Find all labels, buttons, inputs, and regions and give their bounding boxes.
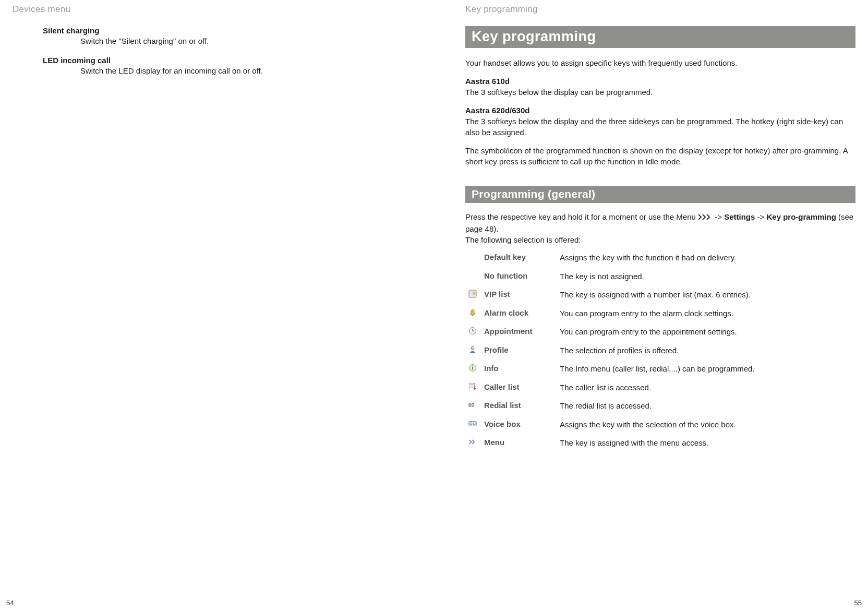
svg-point-16 (470, 422, 472, 424)
option-name: Menu (484, 438, 560, 447)
option-name: Appointment (484, 327, 560, 336)
option-row: VIP list The key is assigned with a numb… (468, 290, 855, 300)
option-desc: The selection of profiles is offered. (560, 345, 855, 356)
option-desc: Assigns the key with the function it had… (560, 253, 855, 263)
menu-icon (468, 438, 484, 446)
option-desc: The Info menu (caller list, redial,...) … (560, 364, 855, 374)
option-name: Default key (484, 253, 560, 261)
model-block: Aastra 620d/630d The 3 softkeys below th… (465, 105, 855, 138)
option-row: Default key Assigns the key with the fun… (468, 253, 855, 263)
option-desc: You can program entry to the appointment… (560, 327, 855, 337)
appointment-icon (468, 327, 484, 335)
alarm-clock-icon (468, 308, 484, 317)
model-block: Aastra 610d The 3 softkeys below the dis… (465, 76, 855, 98)
option-desc: The key is assigned with the menu access… (560, 438, 855, 448)
option-desc: The key is not assigned. (560, 271, 855, 282)
caller-list-icon (468, 382, 484, 391)
devices-entry: LED incoming call Switch the LED display… (43, 56, 403, 76)
option-desc: You can program entry to the alarm clock… (560, 308, 855, 319)
right-page: Key programming Key programming Your han… (434, 0, 868, 611)
devices-entry: Silent charging Switch the "Silent charg… (43, 26, 403, 46)
option-row: Info The Info menu (caller list, redial,… (468, 364, 855, 374)
option-row: Alarm clock You can program entry to the… (468, 308, 855, 319)
page-number-left: 54 (6, 599, 14, 607)
model-body: The 3 softkeys below the display and the… (465, 117, 843, 137)
left-page: Devices menu Silent charging Switch the … (0, 0, 434, 611)
option-desc: The key is assigned with a number list (… (560, 290, 855, 300)
option-name: Alarm clock (484, 308, 560, 317)
option-desc: Assigns the key with the selection of th… (560, 420, 855, 430)
svg-rect-10 (469, 383, 475, 390)
info-icon (468, 364, 484, 372)
model-head: Aastra 610d (465, 77, 510, 86)
svg-point-6 (471, 346, 474, 350)
page-number-right: 55 (854, 599, 862, 607)
intro-text: Your handset allows you to assign specif… (465, 57, 855, 68)
options-table: Default key Assigns the key with the fun… (468, 253, 855, 448)
option-desc: The caller list is accessed. (560, 382, 855, 393)
option-row: Menu The key is assigned with the menu a… (468, 438, 855, 448)
option-name: Info (484, 364, 560, 373)
option-row: Redial list The redial list is accessed. (468, 401, 855, 411)
svg-rect-8 (472, 367, 473, 370)
svg-point-2 (472, 315, 473, 316)
menu-chevrons-icon (698, 212, 713, 223)
entry-head: Silent charging (43, 26, 403, 35)
option-row: No function The key is not assigned. (468, 271, 855, 282)
entry-body: Switch the LED display for an incoming c… (80, 66, 403, 76)
option-desc: The redial list is accessed. (560, 401, 855, 411)
model-head: Aastra 620d/630d (465, 106, 529, 115)
running-header-right: Key programming (465, 4, 855, 15)
svg-point-17 (473, 422, 475, 424)
note-text: The symbol/icon of the programmed functi… (465, 145, 855, 167)
option-name: Caller list (484, 382, 560, 391)
press-instruction: Press the respective key and hold it for… (465, 211, 855, 245)
option-name: Voice box (484, 420, 560, 428)
svg-point-9 (472, 366, 473, 367)
entry-body: Switch the "Silent charging" on or off. (80, 36, 403, 46)
option-row: Appointment You can program entry to the… (468, 327, 855, 337)
option-name: VIP list (484, 290, 560, 298)
voice-box-icon (468, 420, 484, 428)
option-name: Profile (484, 345, 560, 354)
entry-head: LED incoming call (43, 56, 403, 65)
running-header-left: Devices menu (13, 4, 403, 15)
option-row: Voice box Assigns the key with the selec… (468, 420, 855, 430)
section-title-bar: Key programming (465, 26, 855, 48)
option-name: Redial list (484, 401, 560, 410)
option-name: No function (484, 271, 560, 280)
profile-icon (468, 345, 484, 354)
option-row: Profile The selection of profiles is off… (468, 345, 855, 356)
subsection-bar: Programming (general) (465, 186, 855, 203)
model-body: The 3 softkeys below the display can be … (465, 88, 653, 97)
vip-list-icon (468, 290, 484, 298)
redial-list-icon (468, 401, 484, 409)
option-row: Caller list The caller list is accessed. (468, 382, 855, 393)
svg-rect-14 (469, 403, 471, 406)
